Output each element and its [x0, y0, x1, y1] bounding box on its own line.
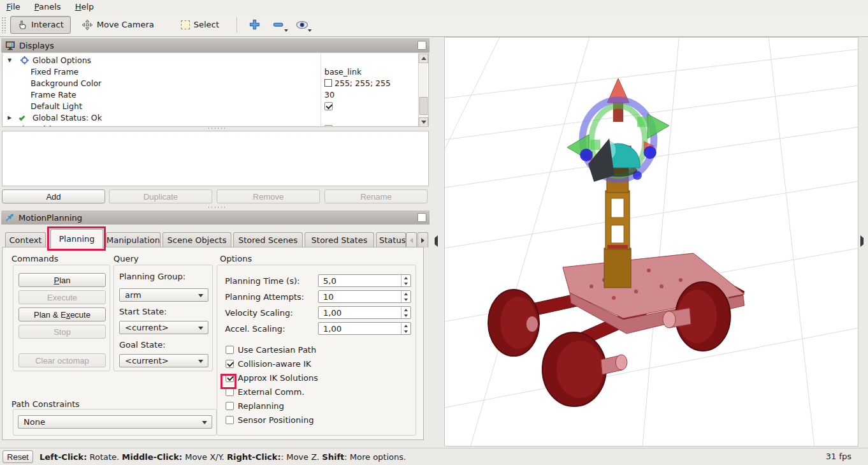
tree-label: Frame Rate	[31, 90, 76, 100]
3d-viewport[interactable]	[444, 37, 858, 447]
spinner-buttons[interactable]	[401, 307, 410, 318]
remove-display-button[interactable]: Remove	[217, 189, 320, 203]
panel-float-button[interactable]	[417, 213, 426, 222]
replanning-option[interactable]: Replanning	[226, 401, 284, 411]
toolbar-separator	[236, 17, 237, 33]
execute-button[interactable]: Execute	[18, 290, 106, 304]
tab-stored-scenes[interactable]: Stored Scenes	[233, 232, 303, 247]
planning-time-input[interactable]: 5,0	[318, 274, 411, 287]
select-tool-button[interactable]: Select	[174, 16, 226, 34]
camera-view-tool-button[interactable]	[292, 16, 312, 34]
status-ok-check-icon	[19, 114, 25, 121]
chevron-down-icon[interactable]	[308, 29, 312, 32]
grid-checkbox[interactable]	[324, 125, 333, 128]
scroll-up-button[interactable]	[419, 54, 428, 63]
sensor-positioning-checkbox[interactable]	[226, 416, 234, 424]
planning-attempts-input[interactable]: 10	[318, 290, 411, 303]
tree-row-fixed-frame[interactable]: Fixed Frame base_link	[3, 66, 428, 77]
tab-context[interactable]: Context	[5, 232, 46, 247]
tab-scroll-left-button[interactable]	[406, 232, 417, 247]
gear-icon	[20, 56, 29, 64]
tree-row-background-color[interactable]: Background Color 255; 255; 255	[3, 77, 428, 89]
expander-closed-icon[interactable]: ▶	[8, 126, 14, 128]
external-comm-checkbox[interactable]	[226, 388, 234, 396]
interact-tool-button[interactable]: Interact	[10, 16, 71, 34]
panel-float-button[interactable]	[417, 41, 426, 50]
tree-row-global-status[interactable]: ▶ Global Status: Ok	[3, 112, 428, 123]
collapse-left-panel-handle[interactable]	[435, 238, 438, 244]
default-light-checkbox[interactable]	[324, 102, 333, 110]
expand-right-panel-handle[interactable]	[860, 238, 864, 244]
rename-display-button[interactable]: Rename	[324, 189, 428, 203]
menu-help[interactable]: Help	[75, 2, 94, 11]
add-display-button[interactable]: Add	[2, 189, 105, 203]
tree-label: Global Status: Ok	[33, 113, 102, 122]
tree-value[interactable]: 30	[324, 90, 335, 100]
external-comm-option[interactable]: External Comm.	[226, 387, 305, 397]
approx-ik-solutions-checkbox[interactable]	[226, 374, 234, 382]
approx-ik-solutions-option[interactable]: Approx IK Solutions	[226, 373, 318, 383]
duplicate-display-button[interactable]: Duplicate	[109, 189, 212, 203]
tree-row-default-light[interactable]: Default Light	[3, 100, 428, 112]
clear-octomap-button[interactable]: Clear octomap	[18, 353, 106, 367]
color-swatch[interactable]	[324, 79, 332, 87]
commands-group: Plan Execute Plan & Execute Stop Clear o…	[13, 265, 110, 371]
robot-scene	[445, 38, 858, 447]
spinner-buttons[interactable]	[401, 323, 410, 334]
expander-open-icon[interactable]: ▼	[8, 57, 14, 63]
tree-value[interactable]: base_link	[324, 67, 361, 77]
menu-panels[interactable]: Panels	[34, 2, 61, 11]
accel-scaling-input[interactable]: 1,00	[318, 322, 411, 335]
goal-state-dropdown[interactable]: <current>	[119, 354, 208, 367]
planning-attempts-label: Planning Attempts:	[225, 292, 304, 302]
query-heading: Query	[113, 254, 139, 263]
reset-button[interactable]: Reset	[3, 450, 33, 463]
plan-and-execute-button[interactable]: Plan & Execute	[18, 307, 106, 321]
zoom-out-tool-button[interactable]	[269, 16, 288, 34]
motionplanning-panel-header[interactable]: MotionPlanning	[1, 210, 430, 225]
spinner-buttons[interactable]	[401, 275, 410, 286]
splitter-handle[interactable]	[207, 206, 226, 209]
motionplanning-panel-title: MotionPlanning	[18, 213, 82, 223]
tab-scroll-right-button[interactable]	[417, 232, 428, 247]
collision-aware-ik-checkbox[interactable]	[226, 360, 234, 368]
tab-planning[interactable]: Planning	[50, 229, 103, 248]
sensor-positioning-option[interactable]: Sensor Positioning	[226, 415, 314, 425]
tab-stored-states[interactable]: Stored States	[305, 232, 374, 247]
tab-scene-objects[interactable]: Scene Objects	[163, 232, 231, 247]
scrollbar-thumb[interactable]	[419, 97, 428, 115]
move-camera-tool-button[interactable]: Move Camera	[75, 16, 161, 34]
chevron-down-icon[interactable]	[284, 29, 288, 32]
replanning-checkbox[interactable]	[226, 402, 234, 410]
start-state-dropdown[interactable]: <current>	[119, 321, 208, 334]
chevron-down-icon	[202, 421, 207, 424]
selection-box-icon	[181, 20, 190, 29]
options-group: Planning Time (s): 5,0 Planning Attempts…	[217, 265, 416, 436]
tab-manipulation[interactable]: Manipulation	[106, 232, 161, 247]
tab-status[interactable]: Status	[376, 232, 406, 247]
planning-group-dropdown[interactable]: arm	[119, 288, 208, 302]
stop-button[interactable]: Stop	[18, 325, 106, 339]
toolbar-grip[interactable]	[1, 17, 6, 33]
collision-aware-ik-option[interactable]: Collision-aware IK	[226, 359, 311, 369]
use-cartesian-path-checkbox[interactable]	[226, 346, 234, 354]
zoom-in-tool-button[interactable]	[247, 16, 263, 34]
scroll-down-button[interactable]	[419, 117, 428, 127]
tree-scrollbar[interactable]	[418, 54, 428, 127]
path-constraints-dropdown[interactable]: None	[18, 415, 212, 429]
displays-tree[interactable]: ▼ Global Options Fixed Frame base_link B…	[2, 52, 429, 127]
tree-label: Global Options	[33, 55, 91, 65]
displays-panel-header[interactable]: Displays	[1, 38, 430, 52]
menu-file[interactable]: File	[6, 2, 20, 11]
tree-row-global-options[interactable]: ▼ Global Options	[3, 54, 428, 66]
expander-closed-icon[interactable]: ▶	[8, 115, 14, 121]
planning-group-label: Planning Group:	[119, 272, 185, 281]
use-cartesian-path-option[interactable]: Use Cartesian Path	[226, 345, 316, 355]
tree-row-frame-rate[interactable]: Frame Rate 30	[3, 89, 428, 100]
splitter-handle[interactable]	[207, 127, 226, 129]
spinner-buttons[interactable]	[401, 291, 410, 302]
velocity-scaling-input[interactable]: 1,00	[318, 306, 411, 319]
move-arrows-icon	[82, 19, 93, 31]
plan-button[interactable]: Plan	[18, 273, 106, 287]
hand-cursor-icon	[17, 20, 27, 30]
